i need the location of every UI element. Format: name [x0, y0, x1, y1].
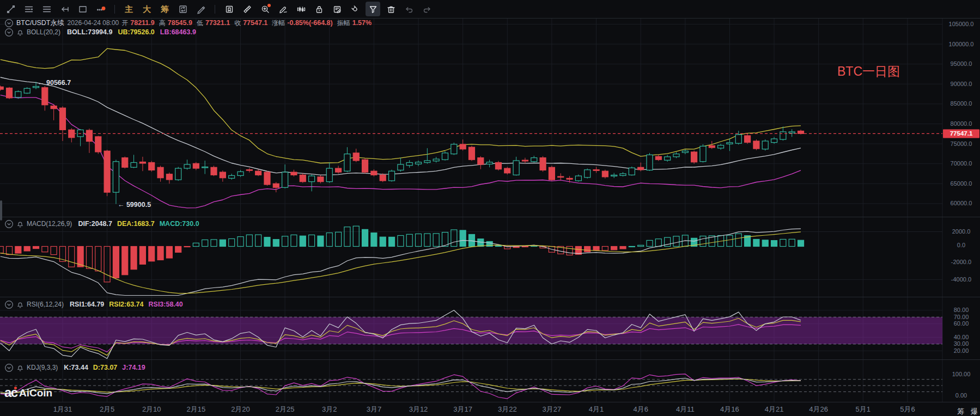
candle-body: [433, 159, 439, 161]
amplitude-label: 振幅: [337, 19, 350, 28]
kdj-legend: KDJ(9,3,3) K:73.44 D:73.07 J:74.19: [4, 363, 145, 372]
rsi-name[interactable]: RSI(6,12,24): [27, 301, 64, 308]
candle-body: [122, 158, 128, 168]
collapse-chevron-icon[interactable]: [4, 363, 14, 372]
notes-button[interactable]: [330, 2, 344, 16]
undo-button[interactable]: [401, 2, 416, 16]
time-axis-label: 2月5: [100, 405, 114, 413]
candle-body: [113, 162, 119, 192]
macd-histogram-bar: [735, 234, 741, 246]
magnet-button[interactable]: [348, 2, 362, 16]
candle-body: [318, 177, 324, 182]
macd-dif-value: DIF:2048.7: [78, 220, 112, 228]
boll-lower-line: [1, 95, 801, 208]
candle-body: [157, 167, 163, 178]
candle-body: [353, 153, 359, 161]
collapse-chevron-icon[interactable]: [4, 300, 14, 309]
macd-histogram-bar: [620, 247, 626, 249]
ruler-button[interactable]: [240, 2, 254, 16]
price-axis-label: 60000.0: [951, 200, 972, 206]
time-axis-label: 4月26: [809, 405, 828, 413]
candle-body: [229, 175, 235, 178]
time-axis-label: 3月17: [453, 405, 472, 413]
macd-name[interactable]: MACD(12,26,9): [27, 220, 72, 228]
main-chart-button[interactable]: 主: [121, 2, 136, 16]
time-axis-label: 3月7: [367, 405, 381, 413]
symbol-name[interactable]: BTC/USDT永续: [16, 19, 64, 28]
candle-body: [655, 156, 661, 160]
time-axis-label: 3月2: [322, 405, 337, 413]
macd-histogram-bar: [336, 232, 342, 246]
kdj-k-value: K:73.44: [64, 364, 88, 371]
boll-lb-value: LB:68463.9: [160, 28, 196, 36]
macd-histogram-bar: [157, 247, 163, 260]
collapse-chevron-icon[interactable]: [4, 219, 14, 229]
alert-bell-icon[interactable]: [16, 301, 24, 309]
rsi2-value: RSI2:63.74: [109, 301, 143, 308]
trend-line-tool-button[interactable]: [3, 2, 18, 16]
time-axis-label: 4月11: [676, 405, 695, 413]
alert-bell-icon[interactable]: [16, 220, 24, 228]
rsi-axis-label: 70.00: [954, 314, 969, 320]
chart-canvas[interactable]: 77547.1← 90566.7← 59900.5BTC一日图105000.01…: [0, 0, 980, 416]
left-drawer-handle[interactable]: [0, 200, 2, 221]
arrow-ray-tool-button[interactable]: [57, 2, 72, 16]
candle-body: [745, 136, 751, 142]
brush-tool-button[interactable]: [193, 2, 208, 16]
candle-body: [638, 167, 644, 170]
collapse-chevron-icon[interactable]: [4, 28, 14, 37]
replay-button[interactable]: [175, 2, 190, 16]
alert-bell-icon[interactable]: [16, 28, 24, 36]
candle-body: [300, 175, 306, 181]
price-axis-label: 65000.0: [951, 180, 972, 187]
macd-histogram-bar: [460, 230, 466, 247]
large-view-button[interactable]: 大: [139, 2, 154, 16]
candle-body: [727, 143, 733, 144]
boll-name[interactable]: BOLL(20,2): [27, 28, 60, 36]
alert-bell-icon[interactable]: [16, 364, 24, 372]
last-price-marker: 77547.1: [0, 129, 979, 138]
open-value: 78211.9: [130, 19, 155, 27]
candle-body: [540, 158, 546, 170]
filter-button[interactable]: [366, 2, 380, 16]
close-value: 77547.1: [243, 19, 267, 27]
chips-button[interactable]: 筹: [157, 2, 172, 16]
candle-body: [406, 162, 412, 165]
rsi-axis-label: 80.00: [954, 307, 969, 313]
footer-toggle-chips[interactable]: 筹: [957, 407, 964, 415]
macd-histogram-bar: [611, 247, 617, 250]
macd-histogram-bar: [318, 236, 324, 246]
zoom-in-button[interactable]: [258, 2, 272, 16]
macd-histogram-bar: [567, 247, 573, 255]
rectangle-tool-button[interactable]: [75, 2, 90, 16]
kdj-name[interactable]: KDJ(9,3,3): [27, 364, 58, 371]
candle-body: [647, 155, 653, 170]
signature-pen-button[interactable]: [276, 2, 290, 16]
time-axis-label: 4月16: [720, 405, 739, 413]
candle-body: [202, 167, 208, 168]
macd-hist-value: MACD:730.0: [160, 220, 199, 228]
rsi-axis-label: 60.00: [954, 320, 969, 327]
horizontal-lines-tool-button[interactable]: [21, 2, 36, 16]
rsi1-value: RSI1:64.79: [70, 301, 104, 308]
delete-button[interactable]: [384, 2, 398, 16]
macd-histogram-bar: [344, 227, 350, 247]
footer-toggle-liquidation[interactable]: 爆: [971, 407, 978, 415]
templates-button[interactable]: [222, 2, 236, 16]
lock-button[interactable]: [312, 2, 326, 16]
redo-button[interactable]: [419, 2, 434, 16]
rsi-axis-label: 30.00: [954, 340, 969, 347]
macd-histogram-bar: [7, 247, 13, 255]
macd-dea-line: [1, 232, 801, 293]
measure-candles-button[interactable]: [294, 2, 308, 16]
macd-histogram-bar: [95, 247, 101, 271]
collapse-chevron-icon[interactable]: [4, 19, 14, 28]
macd-histogram-bar: [433, 234, 439, 247]
macd-histogram-bar: [166, 247, 172, 258]
more-drawings-button[interactable]: [93, 2, 108, 16]
parallel-lines-tool-button[interactable]: [39, 2, 54, 16]
candle-body: [246, 170, 252, 170]
candle-body: [798, 131, 804, 134]
macd-histogram-bar: [798, 240, 804, 246]
candles-layer: [0, 82, 804, 204]
